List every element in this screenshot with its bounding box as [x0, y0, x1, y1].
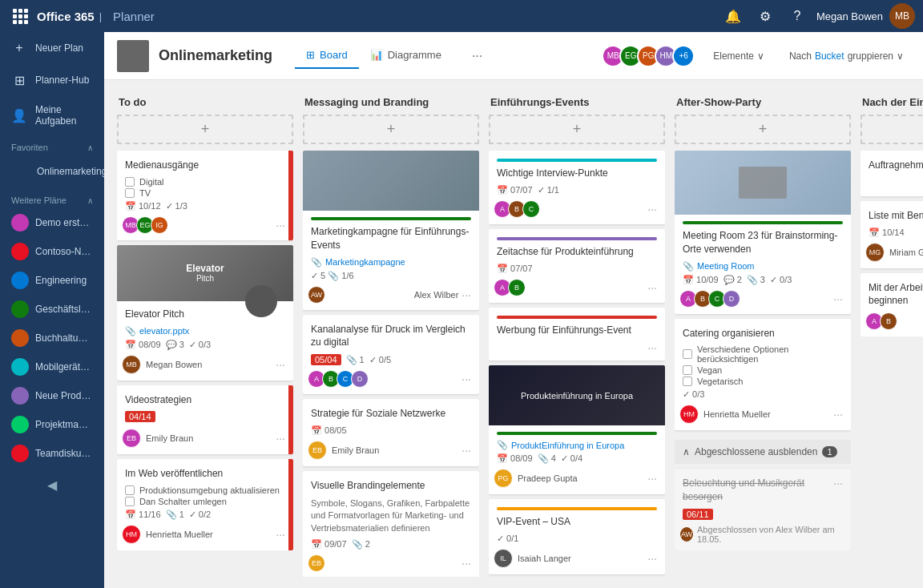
card-paperclip: 📎 2 [352, 539, 370, 550]
card-produkteinfuhrung[interactable]: Produkteinführung in Europa 📎 ProduktEin… [489, 365, 665, 494]
sidebar-item-projektmanagement[interactable]: Projektmanagement [0, 410, 104, 439]
favorites-chevron[interactable]: ∧ [87, 143, 93, 152]
card-more-button[interactable]: ··· [462, 373, 471, 385]
card-backlog[interactable]: Mit der Arbeit an Backlog-Elementen begi… [861, 273, 923, 337]
sidebar-item-buchhaltung[interactable]: Buchhaltung und Fina... [0, 324, 104, 352]
bucket-messaging-add-button[interactable]: + [303, 115, 479, 144]
sidebar-item-onlinemarketing[interactable]: Onlinemarketing [0, 155, 104, 187]
card-label [497, 432, 657, 435]
checkbox[interactable] [125, 497, 135, 506]
settings-icon[interactable]: ⚙ [752, 3, 778, 29]
card-benutzerfeedback[interactable]: Liste mit Benutzerfeedback führen 📅 10/1… [861, 201, 923, 268]
sidebar-item-engineering[interactable]: Engineering [0, 266, 104, 295]
sidebar-collapse-button[interactable]: ◀ [0, 468, 104, 502]
card-label [497, 316, 657, 319]
bucket-nach-einfuhrung-add-button[interactable]: + [861, 115, 923, 144]
card-more-button[interactable]: ··· [647, 472, 657, 485]
grid-icon[interactable] [8, 4, 32, 28]
tab-diagramme[interactable]: 📊 Diagramme [359, 42, 453, 69]
card-more-button[interactable]: ··· [647, 341, 657, 354]
card-more-button[interactable]: ··· [647, 552, 657, 565]
card-elevator[interactable]: Elevator Pitch Elevator Pitch 📎 elevator… [117, 245, 293, 381]
bucket-after-show-add-button[interactable]: + [675, 115, 851, 144]
bucket-todo-add-button[interactable]: + [117, 115, 293, 144]
card-more-button[interactable]: ··· [647, 203, 657, 215]
plan-icon-mobil [11, 358, 29, 376]
bucket-nach-einfuhrung-title: Nach der Einführung [862, 96, 923, 108]
card-date: 📅 07/07 [497, 185, 533, 195]
checkbox[interactable] [125, 188, 135, 198]
card-more-button[interactable]: ··· [462, 444, 471, 457]
sidebar-item-mobil[interactable]: Mobilgeräte-Entwickl... [0, 352, 104, 381]
bucket-einfuhrungs-title: Einführungs-Events [490, 96, 590, 108]
sidebar-item-neue-produkte[interactable]: Neue Produkte [0, 381, 104, 410]
group-by-value: Bucket [815, 50, 844, 62]
card-im-web[interactable]: Im Web veröffentlichen Produktionsumgebu… [117, 459, 293, 550]
more-plans-chevron[interactable]: ∧ [87, 196, 93, 205]
card-date: 📅 07/07 [497, 264, 533, 274]
card-title: Marketingkampagne für Einführungs-Events [311, 225, 471, 252]
card-meeting-room[interactable]: Meeting Room 23 für Brainstorming-Orte v… [675, 151, 851, 314]
bell-icon[interactable]: 🔔 [720, 3, 746, 29]
sidebar-item-demo[interactable]: Demo erstellen [0, 208, 104, 237]
card-more-button[interactable]: ··· [276, 432, 285, 445]
card-vip-event[interactable]: VIP-Event – USA ✓ 0/1 IL Isaiah Langer ·… [489, 499, 665, 574]
card-more-button[interactable]: ··· [462, 288, 471, 301]
card-more-button[interactable]: ··· [276, 219, 285, 232]
card-interview[interactable]: Wichtige Interview-Punkte 📅 07/07 ✓ 1/1 … [489, 151, 665, 224]
card-videostrategien[interactable]: Videostrategien 04/14 EB Emily Braun ··· [117, 385, 293, 455]
card-auftragnehmer[interactable]: Auftragnehmer für Fotos beauftragen ··· [861, 151, 923, 196]
card-date: 📅 11/16 [125, 509, 161, 520]
card-marketingkampagne[interactable]: Marketingkampagne für Einführungs-Events… [303, 151, 479, 310]
plan-more-button[interactable]: ··· [466, 46, 489, 66]
help-icon[interactable]: ? [784, 3, 810, 29]
sidebar-item-contoso[interactable]: Contoso-Neuigkeiten [0, 237, 104, 266]
card-kanalanalyse[interactable]: Kanalanalyse für Druck im Vergleich zu d… [303, 315, 479, 395]
tab-board[interactable]: ⊞ Board [295, 42, 359, 69]
member-count: +6 [672, 45, 695, 67]
checkbox[interactable] [125, 177, 135, 187]
card-more-button[interactable]: ··· [833, 292, 843, 305]
bucket-einfuhrungs-add-button[interactable]: + [489, 115, 665, 144]
card-more-button[interactable]: ··· [276, 528, 285, 541]
card-more-button[interactable]: ··· [276, 358, 285, 371]
due-badge: 06/11 [683, 509, 713, 520]
card-meta-checklist: ✓ 1/3 [166, 201, 187, 211]
card-medienausgange[interactable]: Medienausgänge Digital TV 📅 10/12 ✓ 1/3 [117, 151, 293, 240]
user-area[interactable]: Megan Bowen MB [816, 3, 915, 29]
checkbox[interactable] [683, 377, 692, 386]
card-date: 📅 08/09 [125, 340, 161, 350]
card-title: Zeitachse für Produkteinführung [497, 245, 657, 259]
sidebar-item-teamdiskussion[interactable]: Teamdiskussion [0, 439, 104, 468]
card-title: Videostrategien [125, 393, 285, 407]
group-by-button[interactable]: Nach Bucket gruppieren ∨ [783, 47, 910, 65]
filter-button[interactable]: Elemente ∨ [704, 46, 773, 66]
bucket-einfuhrungs-header: Einführungs-Events [489, 93, 665, 115]
card-more-button[interactable]: ··· [833, 477, 843, 489]
top-nav: Office 365 | Planner 🔔 ⚙ ? Megan Bowen M… [0, 0, 923, 32]
card-more-button[interactable]: ··· [833, 408, 843, 421]
card-avatar-mb: MB [122, 355, 141, 374]
board-tab-icon: ⊞ [306, 49, 315, 61]
collapsed-section-after-show[interactable]: ∧ Abgeschlossene ausblenden 1 [675, 440, 851, 464]
sidebar-item-new-plan[interactable]: + Neuer Plan [0, 32, 104, 64]
card-more-button[interactable]: ··· [462, 557, 471, 570]
card-beleuchtung[interactable]: Beleuchtung und Musikgerät besorgen 06/1… [675, 469, 851, 550]
checkbox[interactable] [683, 365, 692, 375]
card-strategie[interactable]: Strategie für Soziale Netzwerke 📅 08/05 … [303, 399, 479, 466]
bucket-messaging: Messaging und Branding + Marketingkampag… [303, 93, 479, 577]
card-visuelle-branding[interactable]: Visuelle Brandingelemente Symbole, Sloga… [303, 471, 479, 577]
sidebar-item-hub[interactable]: ⊞ Planner-Hub [0, 64, 104, 96]
card-zeitachse[interactable]: Zeitachse für Produkteinführung 📅 07/07 … [489, 229, 665, 303]
card-image [303, 151, 479, 211]
checkbox[interactable] [683, 349, 692, 359]
card-catering[interactable]: Catering organisieren Verschiedene Optio… [675, 319, 851, 431]
card-title: Visuelle Brandingelemente [311, 479, 471, 493]
card-more-button[interactable]: ··· [647, 281, 657, 294]
checkbox[interactable] [125, 485, 135, 495]
card-image: Elevator Pitch [117, 245, 293, 301]
sidebar-item-geschaeft[interactable]: Geschäftsleitungsecke [0, 295, 104, 324]
app-name: Office 365 [37, 10, 95, 23]
sidebar-item-my-tasks[interactable]: 👤 Meine Aufgaben [0, 96, 104, 135]
card-werbung[interactable]: Werbung für Einführungs-Event ··· [489, 308, 665, 361]
